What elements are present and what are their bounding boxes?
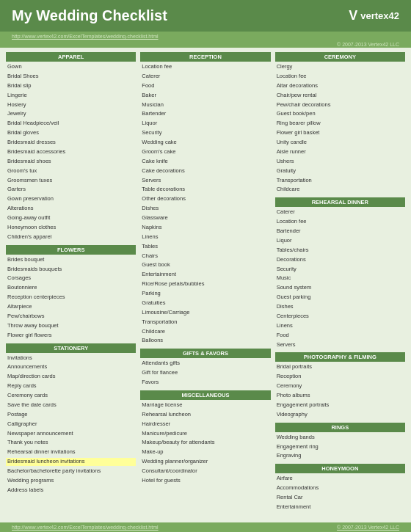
list-item: Bridal slip bbox=[6, 82, 136, 90]
list-item: Linens bbox=[140, 233, 270, 241]
list-item: Wedding cake bbox=[140, 139, 270, 147]
main-content: APPARELGownBridal ShoesBridal slipLinger… bbox=[0, 48, 411, 522]
list-item: Entertainment bbox=[140, 271, 270, 279]
list-item: Bartender bbox=[140, 110, 270, 118]
list-item: Bachelor/bachelorette party invitations bbox=[6, 467, 136, 475]
list-item: Musician bbox=[140, 101, 270, 109]
list-item: Reply cards bbox=[6, 382, 136, 390]
copyright-bar: © 2007-2013 Vertex42 LLC bbox=[0, 41, 411, 48]
section-header-3-1: CEREMONY bbox=[275, 52, 405, 62]
list-item: Rehearsal dinner invitations bbox=[6, 448, 136, 456]
list-item: Address labels bbox=[6, 487, 136, 495]
list-item: Tables/chairs bbox=[275, 247, 405, 255]
list-item: Ushers bbox=[275, 158, 405, 166]
list-item: Dishes bbox=[275, 303, 405, 311]
list-item: Tables bbox=[140, 243, 270, 251]
list-item: Altar decorations bbox=[275, 82, 405, 90]
list-item: Unity candle bbox=[275, 139, 405, 147]
list-item: Groom's cake bbox=[140, 148, 270, 156]
list-item: Hairdresser bbox=[140, 420, 270, 429]
section-header-1-3: STATIONERY bbox=[6, 343, 136, 353]
list-item: Location fee bbox=[140, 63, 270, 71]
list-item: Garters bbox=[6, 186, 136, 194]
column-2: RECEPTIONLocation feeCatererFoodBakerMus… bbox=[140, 52, 270, 518]
section-header-3-2: REHEARSAL DINNER bbox=[275, 197, 405, 207]
list-item: Makeup/beauty for attendants bbox=[140, 439, 270, 447]
list-item: Location fee bbox=[275, 73, 405, 81]
section-header-3-3: PHOTOGRAPHY & FILMING bbox=[275, 352, 405, 362]
list-item: Engagement ring bbox=[275, 443, 405, 451]
list-item: Childcare bbox=[275, 186, 405, 194]
list-item: Transportation bbox=[140, 318, 270, 327]
section-header-1-2: FLOWERS bbox=[6, 245, 136, 255]
list-item: Airfare bbox=[275, 475, 405, 483]
list-item: Jewelry bbox=[6, 110, 136, 118]
list-item: Ceremony cards bbox=[6, 392, 136, 400]
list-item: Location fee bbox=[275, 218, 405, 226]
list-item: Bridal Shoes bbox=[6, 73, 136, 81]
list-item: Invitations bbox=[6, 354, 136, 362]
list-item: Groom's tux bbox=[6, 167, 136, 175]
list-item: Ring bearer pillow bbox=[275, 120, 405, 128]
list-item: Newspaper announcement bbox=[6, 430, 136, 438]
list-item: Servers bbox=[275, 341, 405, 349]
list-item: Gratuity bbox=[275, 167, 405, 175]
page: My Wedding Checklist V vertex42 http://w… bbox=[0, 0, 411, 532]
list-item: Guest book/pen bbox=[275, 110, 405, 118]
list-item: Favors bbox=[140, 379, 270, 387]
list-item: Glassware bbox=[140, 214, 270, 222]
list-item: Wedding planner/organizer bbox=[140, 458, 270, 466]
list-item: Boutonniere bbox=[6, 284, 136, 292]
list-item: Reception centerpieces bbox=[6, 294, 136, 302]
list-item: Children's apparel bbox=[6, 233, 136, 241]
list-item: Lingerie bbox=[6, 92, 136, 100]
list-item: Food bbox=[140, 82, 270, 90]
list-item: Alterations bbox=[6, 205, 136, 213]
list-item: Rice/Rose petals/bubbles bbox=[140, 280, 270, 288]
list-item: Ceremony bbox=[275, 382, 405, 390]
list-item: Balloons bbox=[140, 337, 270, 345]
list-item: Bartender bbox=[275, 227, 405, 236]
list-item: Altarpiece bbox=[6, 303, 136, 311]
section-header-3-5: HONEYMOON bbox=[275, 464, 405, 473]
header: My Wedding Checklist V vertex42 bbox=[0, 0, 411, 32]
page-title: My Wedding Checklist bbox=[12, 7, 167, 24]
list-item: Sound system bbox=[275, 284, 405, 292]
list-item: Groomsmen tuxes bbox=[6, 177, 136, 185]
list-item: Pew/chairbows bbox=[6, 313, 136, 321]
list-item: Hotel for guests bbox=[140, 477, 270, 485]
list-item: Bridesmaids bouquets bbox=[6, 266, 136, 274]
list-item: Clergy bbox=[275, 63, 405, 71]
list-item: Table decorations bbox=[140, 186, 270, 194]
list-item: Corsages bbox=[6, 274, 136, 283]
list-item: Guest parking bbox=[275, 294, 405, 302]
list-item: Transportation bbox=[275, 177, 405, 185]
url-bar-top[interactable]: http://www.vertex42.com/ExcelTemplates/w… bbox=[0, 32, 411, 41]
list-item: Engagement portraits bbox=[275, 401, 405, 409]
list-item: Videography bbox=[275, 411, 405, 419]
list-item: Limousine/Carriage bbox=[140, 309, 270, 317]
list-item: Reception bbox=[275, 373, 405, 381]
list-item: Make-up bbox=[140, 448, 270, 456]
list-item: Aisle runner bbox=[275, 148, 405, 156]
list-item: Calligrapher bbox=[6, 420, 136, 429]
list-item: Accommodations bbox=[275, 484, 405, 492]
list-item: Childcare bbox=[140, 328, 270, 336]
section-header-2-1: RECEPTION bbox=[140, 52, 270, 62]
section-header-3-4: RINGS bbox=[275, 423, 405, 432]
list-item: Flower girl flowers bbox=[6, 332, 136, 340]
list-item: Going-away outfit bbox=[6, 214, 136, 222]
list-item: Guest book bbox=[140, 261, 270, 269]
list-item: Music bbox=[275, 274, 405, 283]
section-header-2-2: GIFTS & FAVORS bbox=[140, 349, 270, 358]
list-item: Gown preservation bbox=[6, 195, 136, 203]
list-item: Announcements bbox=[6, 363, 136, 371]
list-item: Caterer bbox=[275, 208, 405, 216]
list-item: Hosiery bbox=[6, 101, 136, 109]
list-item: Bridesmaid accessories bbox=[6, 148, 136, 156]
list-item: Security bbox=[140, 129, 270, 137]
list-item: Bridesmaid dresses bbox=[6, 139, 136, 147]
list-item: Centerpieces bbox=[275, 313, 405, 321]
list-item: Map/direction cards bbox=[6, 373, 136, 381]
column-3: CEREMONYClergyLocation feeAltar decorati… bbox=[275, 52, 405, 518]
